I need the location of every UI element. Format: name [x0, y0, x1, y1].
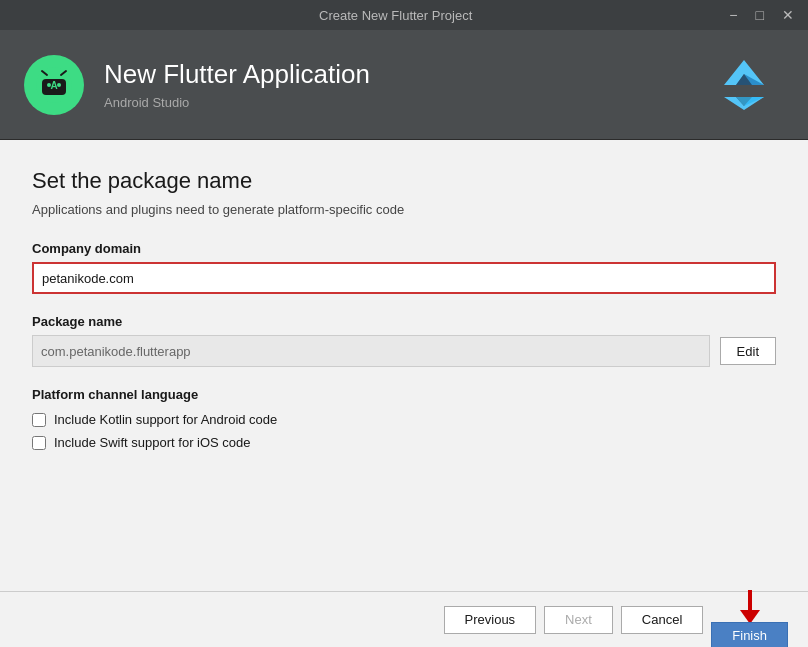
header-title: New Flutter Application [104, 59, 694, 90]
android-studio-logo: A [24, 55, 84, 115]
titlebar: Create New Flutter Project − □ ✕ [0, 0, 808, 30]
edit-package-button[interactable]: Edit [720, 337, 776, 365]
flutter-logo [714, 55, 774, 115]
section-title: Set the package name [32, 168, 776, 194]
main-content: Set the package name Applications and pl… [0, 140, 808, 591]
next-button[interactable]: Next [544, 606, 613, 634]
android-icon: A [34, 65, 74, 105]
company-domain-label: Company domain [32, 241, 776, 256]
svg-text:A: A [50, 80, 57, 91]
footer: Previous Next Cancel Finish [0, 591, 808, 647]
header-banner: A New Flutter Application Android Studio [0, 30, 808, 140]
swift-checkbox-row: Include Swift support for iOS code [32, 435, 776, 450]
package-name-label: Package name [32, 314, 776, 329]
cancel-button[interactable]: Cancel [621, 606, 703, 634]
swift-label[interactable]: Include Swift support for iOS code [54, 435, 251, 450]
kotlin-checkbox-row: Include Kotlin support for Android code [32, 412, 776, 427]
minimize-button[interactable]: − [723, 5, 743, 25]
company-domain-group: Company domain [32, 241, 776, 294]
header-text: New Flutter Application Android Studio [104, 59, 694, 109]
header-subtitle: Android Studio [104, 95, 694, 110]
close-button[interactable]: ✕ [776, 5, 800, 25]
package-name-value: com.petanikode.flutterapp [32, 335, 710, 367]
window-title: Create New Flutter Project [68, 8, 723, 23]
package-name-row: com.petanikode.flutterapp Edit [32, 335, 776, 367]
kotlin-checkbox[interactable] [32, 413, 46, 427]
section-desc: Applications and plugins need to generat… [32, 202, 776, 217]
swift-checkbox[interactable] [32, 436, 46, 450]
titlebar-controls: − □ ✕ [723, 5, 800, 25]
finish-button[interactable]: Finish [711, 622, 788, 648]
platform-section-label: Platform channel language [32, 387, 776, 402]
maximize-button[interactable]: □ [750, 5, 770, 25]
previous-button[interactable]: Previous [444, 606, 537, 634]
platform-channel-group: Platform channel language Include Kotlin… [32, 387, 776, 458]
kotlin-label[interactable]: Include Kotlin support for Android code [54, 412, 277, 427]
arrow-stem [748, 590, 752, 610]
package-name-group: Package name com.petanikode.flutterapp E… [32, 314, 776, 367]
finish-wrapper: Finish [711, 590, 788, 648]
company-domain-input[interactable] [32, 262, 776, 294]
